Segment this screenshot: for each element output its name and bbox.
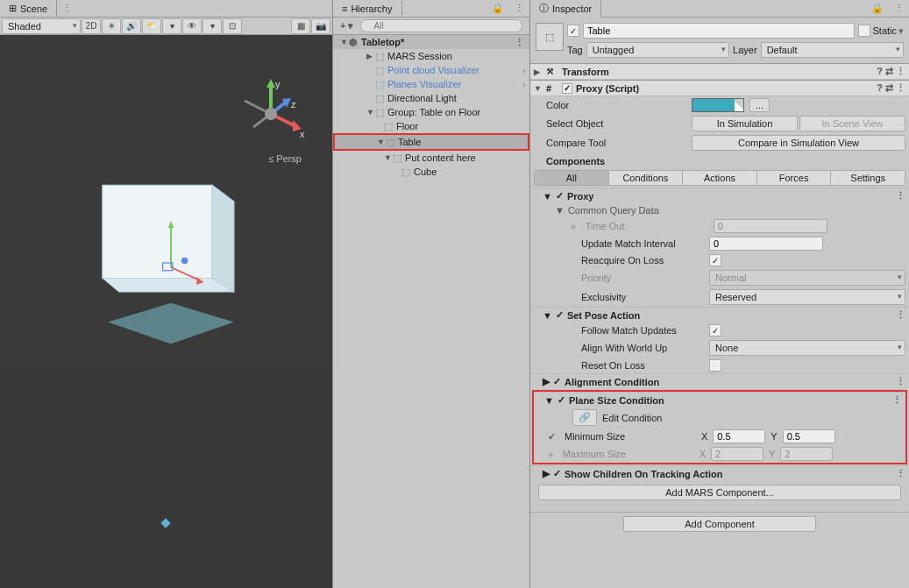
- chevron-right-icon[interactable]: ›: [522, 65, 529, 75]
- hierarchy-item[interactable]: ⬚ Floor: [333, 119, 529, 133]
- align-world-dropdown[interactable]: None: [709, 340, 905, 356]
- fx-toggle-icon[interactable]: ⛅: [142, 18, 161, 34]
- hierarchy-tab-menu-icon[interactable]: ⋮: [509, 3, 529, 14]
- section-menu-icon[interactable]: ⋮: [896, 309, 905, 321]
- inspector-tab[interactable]: ⓘInspector: [530, 0, 601, 18]
- update-match-input[interactable]: [709, 237, 823, 251]
- transform-component-header[interactable]: ▶ ⤧ Transform ?⇄⋮: [530, 63, 909, 80]
- hierarchy-item[interactable]: ▶⬚ MARS Session: [333, 49, 529, 63]
- scene-tab[interactable]: ⊞Scene: [0, 0, 57, 17]
- foldout-icon[interactable]: ▼: [555, 205, 565, 216]
- reacquire-checkbox[interactable]: ✓: [709, 254, 721, 266]
- hierarchy-item-selected[interactable]: ▼⬚ Table: [335, 135, 528, 149]
- inspector-tab-label: Inspector: [552, 4, 592, 14]
- lock-icon[interactable]: 🔒: [486, 1, 509, 16]
- tab-all[interactable]: All: [535, 171, 609, 185]
- foldout-icon[interactable]: ▼: [366, 108, 375, 117]
- hierarchy-item[interactable]: ⬚ Directional Light: [333, 91, 529, 105]
- section-menu-icon[interactable]: ⋮: [896, 190, 905, 202]
- show-children-section[interactable]: ▶ ✓ Show Children On Tracking Action ⋮: [530, 465, 909, 481]
- 2d-toggle[interactable]: 2D: [82, 18, 101, 34]
- section-menu-icon[interactable]: ⋮: [896, 376, 905, 387]
- tab-actions[interactable]: Actions: [683, 171, 757, 185]
- add-component-button[interactable]: Add Component: [623, 516, 816, 532]
- component-menu-icon[interactable]: ⋮: [896, 82, 905, 94]
- hierarchy-item[interactable]: ⬚ Point cloud Visualizer ›: [333, 63, 529, 77]
- plane-size-section[interactable]: ▼ ✓ Plane Size Condition ⋮: [534, 392, 905, 407]
- in-simulation-button[interactable]: In Simulation: [692, 116, 798, 131]
- tool-toggle-icon[interactable]: ▾: [162, 18, 181, 34]
- static-toggle[interactable]: Static▾: [858, 25, 904, 37]
- hierarchy-tab[interactable]: ≡Hierarchy: [333, 1, 402, 17]
- orientation-gizmo[interactable]: y x z: [231, 74, 310, 153]
- object-active-checkbox[interactable]: ✓: [567, 25, 579, 37]
- foldout-icon[interactable]: ▼: [543, 310, 552, 321]
- preset-icon[interactable]: ⇄: [885, 82, 893, 94]
- shading-dropdown[interactable]: Shaded: [2, 18, 81, 34]
- foldout-icon[interactable]: ▶: [543, 376, 550, 387]
- hierarchy-item[interactable]: ▼⬚ Put content here: [333, 151, 529, 165]
- hierarchy-scene-row[interactable]: ▼ ⬢ Tabletop* ⋮: [333, 35, 529, 49]
- grid-toggle-icon[interactable]: ▦: [291, 18, 310, 34]
- help-icon[interactable]: ?: [877, 82, 883, 94]
- inspector-tab-menu-icon[interactable]: ⋮: [889, 3, 909, 14]
- foldout-icon[interactable]: ▼: [534, 84, 543, 93]
- proxy-enabled-checkbox[interactable]: ✓: [562, 83, 572, 94]
- help-icon[interactable]: ?: [877, 66, 883, 77]
- scene-viewport[interactable]: y x z ≤ Persp: [0, 35, 332, 588]
- min-size-y-input[interactable]: [783, 429, 835, 443]
- tab-forces[interactable]: Forces: [757, 171, 832, 185]
- proxy-section[interactable]: ▼ ✓ Proxy ⋮: [530, 188, 909, 203]
- foldout-icon[interactable]: ▼: [340, 38, 349, 46]
- edit-condition-icon-button[interactable]: 🔗: [572, 409, 597, 426]
- tag-dropdown[interactable]: Untagged: [586, 42, 729, 58]
- object-header: ⬚ ✓ Static▾ Tag Untagged Layer Default: [530, 18, 909, 63]
- alignment-cond-section[interactable]: ▶ ✓ Alignment Condition ⋮: [530, 373, 909, 389]
- reset-loss-checkbox[interactable]: [709, 359, 721, 372]
- foldout-icon[interactable]: ▶: [534, 67, 543, 76]
- compare-button[interactable]: Compare in Simulation View: [692, 135, 905, 151]
- hierarchy-item[interactable]: ▼⬚ Group: Table on Floor: [333, 105, 529, 119]
- proxy-component-header[interactable]: ▼ # ✓ Proxy (Script) ?⇄⋮: [530, 80, 909, 96]
- add-mars-component-button[interactable]: Add MARS Component...: [538, 485, 902, 500]
- object-cube-icon[interactable]: ⬚: [536, 23, 564, 51]
- gizmos-toggle-icon[interactable]: ⊡: [223, 18, 242, 34]
- audio-toggle-icon[interactable]: 🔊: [122, 18, 141, 34]
- foldout-icon[interactable]: ▶: [366, 52, 375, 60]
- foldout-icon[interactable]: ▶: [543, 468, 550, 479]
- color-extra-button[interactable]: ...: [749, 98, 770, 112]
- priority-row: Priority Normal: [530, 268, 909, 287]
- visibility-toggle-icon[interactable]: 👁: [182, 18, 202, 34]
- foldout-icon[interactable]: ▼: [377, 138, 386, 146]
- layer-dropdown[interactable]: Default: [761, 42, 904, 58]
- layers-toggle-icon[interactable]: ▾: [202, 18, 222, 34]
- common-query-foldout[interactable]: ▼ Common Query Data: [530, 203, 909, 217]
- preset-icon[interactable]: ⇄: [885, 66, 893, 77]
- follow-match-checkbox[interactable]: ✓: [709, 324, 721, 337]
- scene-menu-icon[interactable]: ⋮: [509, 37, 529, 48]
- lock-icon[interactable]: 🔒: [866, 1, 889, 16]
- create-button[interactable]: + ▾: [337, 20, 357, 32]
- section-menu-icon[interactable]: ⋮: [892, 394, 902, 406]
- component-menu-icon[interactable]: ⋮: [896, 66, 905, 77]
- foldout-icon[interactable]: ▼: [543, 191, 552, 202]
- persp-label[interactable]: ≤ Persp: [268, 153, 302, 164]
- pivot-handle-icon[interactable]: [160, 518, 170, 528]
- section-menu-icon[interactable]: ⋮: [896, 468, 905, 479]
- chevron-right-icon[interactable]: ›: [522, 79, 529, 89]
- camera-icon[interactable]: 📷: [311, 18, 330, 34]
- hierarchy-search[interactable]: [360, 19, 522, 32]
- hierarchy-item[interactable]: ⬚ Cube: [333, 165, 529, 179]
- tab-conditions[interactable]: Conditions: [609, 171, 684, 185]
- hierarchy-item[interactable]: ⬚ Planes Visualizer ›: [333, 77, 529, 91]
- lighting-toggle-icon[interactable]: ☀: [102, 18, 121, 34]
- foldout-icon[interactable]: ▼: [544, 395, 554, 406]
- set-pose-section[interactable]: ▼ ✓ Set Pose Action ⋮: [530, 307, 909, 322]
- tab-settings[interactable]: Settings: [831, 171, 905, 185]
- object-name-input[interactable]: [583, 23, 855, 39]
- color-picker[interactable]: [692, 98, 744, 112]
- min-size-x-input[interactable]: [713, 429, 765, 443]
- exclusivity-dropdown[interactable]: Reserved: [709, 289, 905, 305]
- foldout-icon[interactable]: ▼: [384, 153, 393, 162]
- scene-tab-menu-icon[interactable]: ⋮: [57, 3, 77, 14]
